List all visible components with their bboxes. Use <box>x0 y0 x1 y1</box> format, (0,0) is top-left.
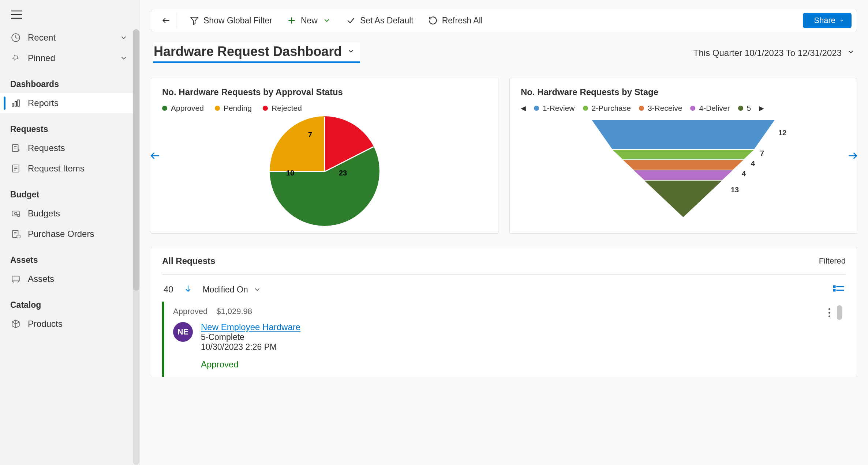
legend-dot-icon <box>162 106 167 111</box>
legend-item[interactable]: 1-Review <box>534 104 575 113</box>
request-title-link[interactable]: New Employee Hardware <box>201 322 300 332</box>
svg-rect-6 <box>18 100 19 106</box>
svg-point-15 <box>15 212 17 215</box>
pie-value: 10 <box>286 169 294 177</box>
sidebar-item-reports[interactable]: Reports <box>0 93 139 113</box>
legend-item[interactable]: 3-Receive <box>639 104 682 113</box>
view-toggle-button[interactable] <box>833 285 844 295</box>
sidebar-item-requests[interactable]: Requests <box>0 138 139 158</box>
check-icon <box>346 16 356 25</box>
show-global-filter-button[interactable]: Show Global Filter <box>187 14 275 28</box>
legend-next-button[interactable]: ▶ <box>759 104 764 112</box>
svg-rect-33 <box>837 290 844 291</box>
legend-dot-icon <box>690 106 695 111</box>
section-dashboards: Dashboards <box>0 68 139 93</box>
svg-rect-21 <box>12 276 19 281</box>
chevron-down-icon <box>119 53 128 63</box>
pie-chart[interactable]: 23 10 7 <box>270 116 379 226</box>
refresh-all-button[interactable]: Refresh All <box>425 14 486 28</box>
list-scrollbar[interactable] <box>837 305 842 320</box>
chevron-down-icon <box>847 48 855 58</box>
toolbar-label: Refresh All <box>442 16 483 26</box>
asset-icon <box>11 274 20 284</box>
sort-direction-button[interactable] <box>184 284 192 295</box>
sidebar-item-label: Requests <box>28 143 65 153</box>
svg-rect-32 <box>833 289 835 291</box>
chart-title: No. Hardware Requests by Approval Status <box>162 87 487 97</box>
sidebar-item-products[interactable]: Products <box>0 314 139 334</box>
svg-point-16 <box>17 214 20 217</box>
svg-marker-23 <box>191 17 198 24</box>
legend-item[interactable]: Rejected <box>263 104 302 113</box>
sidebar-item-purchase-orders[interactable]: Purchase Orders <box>0 224 139 244</box>
chart-legend: Approved Pending Rejected <box>162 104 487 113</box>
svg-rect-30 <box>833 286 835 288</box>
sidebar-item-label: Purchase Orders <box>28 229 94 239</box>
svg-rect-20 <box>17 235 20 238</box>
legend-prev-button[interactable]: ◀ <box>521 104 526 112</box>
pin-icon <box>11 53 20 63</box>
filtered-label: Filtered <box>819 256 846 266</box>
toolbar-label: Show Global Filter <box>203 16 272 26</box>
sidebar-scrollbar[interactable] <box>133 29 139 465</box>
legend-item[interactable]: Pending <box>215 104 252 113</box>
chevron-down-icon <box>119 33 128 42</box>
chevron-down-icon <box>322 16 332 25</box>
svg-rect-31 <box>837 286 844 287</box>
section-assets: Assets <box>0 244 139 269</box>
new-button[interactable]: New <box>284 14 334 28</box>
legend-dot-icon <box>738 106 743 111</box>
dashboard-selector[interactable]: Hardware Request Dashboard <box>153 42 360 63</box>
hamburger-button[interactable] <box>0 0 139 27</box>
section-catalog: Catalog <box>0 289 139 314</box>
filter-icon <box>190 16 199 25</box>
sidebar-item-label: Budgets <box>28 208 60 219</box>
sidebar-item-request-items[interactable]: Request Items <box>0 158 139 179</box>
funnel-chart[interactable]: 12 7 4 4 13 <box>521 116 846 222</box>
date-range-label: This Quarter 10/1/2023 To 12/31/2023 <box>693 48 842 58</box>
toolbar: Show Global Filter New Set As Default Re… <box>151 9 857 32</box>
sidebar: Recent Pinned Dashboards Reports Request… <box>0 0 140 465</box>
pie-value: 7 <box>308 131 312 139</box>
sort-field-selector[interactable]: Modified On <box>203 285 262 295</box>
budget-icon <box>11 209 20 218</box>
legend-item[interactable]: 4-Deliver <box>690 104 730 113</box>
share-button[interactable]: Share <box>803 13 852 28</box>
request-list-item[interactable]: Approved $1,029.98 NE New Employee Hardw… <box>162 302 846 377</box>
chart-stage-funnel: No. Hardware Requests by Stage ◀ 1-Revie… <box>509 78 857 234</box>
request-icon <box>11 143 20 153</box>
funnel-value: 12 <box>778 129 786 137</box>
section-requests: Requests <box>0 113 139 138</box>
legend-item[interactable]: 5 <box>738 104 751 113</box>
sidebar-item-label: Assets <box>28 274 54 284</box>
svg-rect-5 <box>15 102 16 106</box>
date-range-selector[interactable]: This Quarter 10/1/2023 To 12/31/2023 <box>693 48 855 58</box>
sidebar-item-label: Reports <box>28 98 59 108</box>
back-button[interactable] <box>156 13 176 28</box>
sidebar-item-label: Recent <box>28 33 56 43</box>
purchase-order-icon <box>11 229 20 239</box>
more-actions-button[interactable] <box>828 308 830 317</box>
section-budget: Budget <box>0 179 139 203</box>
sidebar-item-pinned[interactable]: Pinned <box>0 48 139 68</box>
sidebar-item-label: Request Items <box>28 163 85 174</box>
funnel-value: 4 <box>751 159 755 168</box>
chart-approval-status: No. Hardware Requests by Approval Status… <box>151 78 498 234</box>
clock-icon <box>11 33 20 42</box>
chevron-down-icon <box>252 285 262 294</box>
toolbar-label: New <box>301 16 318 26</box>
svg-rect-4 <box>12 103 14 106</box>
legend-item[interactable]: 2-Purchase <box>583 104 631 113</box>
panel-heading: All Requests <box>162 256 215 266</box>
sidebar-item-assets[interactable]: Assets <box>0 269 139 289</box>
sidebar-item-label: Pinned <box>28 53 55 63</box>
legend-dot-icon <box>583 106 588 111</box>
plus-icon <box>287 16 296 25</box>
legend-item[interactable]: Approved <box>162 104 204 113</box>
carousel-prev-button[interactable] <box>149 150 161 162</box>
carousel-next-button[interactable] <box>847 150 858 162</box>
request-amount: $1,029.98 <box>216 307 252 316</box>
sidebar-item-recent[interactable]: Recent <box>0 27 139 48</box>
set-default-button[interactable]: Set As Default <box>343 14 416 28</box>
sidebar-item-budgets[interactable]: Budgets <box>0 203 139 224</box>
